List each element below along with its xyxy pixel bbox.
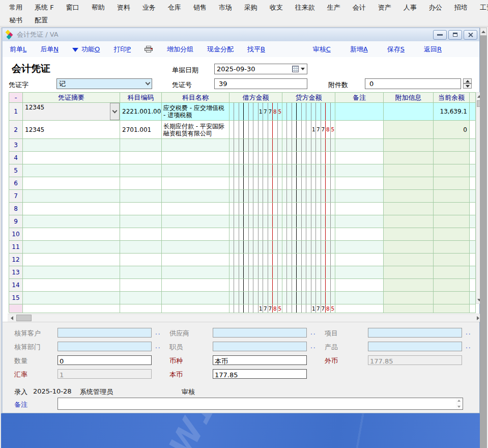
project-lookup-button[interactable]: .. <box>466 329 472 336</box>
menu-item-system[interactable]: 系统 F <box>28 2 60 13</box>
cell-debit-amount[interactable] <box>229 241 282 253</box>
cell-note[interactable] <box>335 177 384 189</box>
remark-input[interactable] <box>58 398 455 409</box>
cell-debit-amount[interactable] <box>229 121 282 138</box>
cell-note[interactable] <box>335 164 384 177</box>
window-vertical-scrollbar[interactable] <box>480 27 487 448</box>
column-header[interactable]: - <box>9 93 23 102</box>
outer-scroll-up-icon[interactable] <box>480 27 487 36</box>
cell-credit-amount[interactable] <box>282 103 335 120</box>
attachment-count-input[interactable] <box>367 79 461 89</box>
cell-extra-info[interactable] <box>384 266 434 278</box>
column-header[interactable]: 贷方金额 <box>282 93 335 102</box>
project-input[interactable] <box>368 329 462 338</box>
voucher-no-input[interactable] <box>217 79 307 89</box>
empty-cell[interactable] <box>23 152 120 164</box>
empty-cell[interactable] <box>23 228 120 240</box>
menu-item-market[interactable]: 市场 <box>213 2 238 13</box>
cell-note[interactable] <box>335 266 384 278</box>
empty-cell[interactable] <box>23 241 120 253</box>
cell-credit-amount[interactable] <box>282 228 335 240</box>
scroll-left-icon[interactable] <box>8 315 16 321</box>
empty-cell[interactable] <box>120 177 162 189</box>
cell-debit-amount[interactable] <box>229 190 282 202</box>
column-header[interactable]: 附加信息 <box>384 93 434 102</box>
cell-note[interactable] <box>335 139 384 151</box>
cell-debit-amount[interactable] <box>229 215 282 228</box>
menu-item-common[interactable]: 常用 <box>3 2 28 13</box>
cell-extra-info[interactable] <box>384 152 434 164</box>
summary-combobox[interactable]: 12345 <box>23 103 120 120</box>
cell-credit-amount[interactable] <box>282 241 335 253</box>
column-header[interactable]: 凭证摘要 <box>23 93 120 102</box>
empty-cell[interactable] <box>120 215 162 228</box>
cell-note[interactable] <box>335 279 384 291</box>
product-lookup-button[interactable]: .. <box>466 343 472 350</box>
empty-cell[interactable] <box>120 152 162 164</box>
cell-note[interactable] <box>335 215 384 228</box>
cell-extra-info[interactable] <box>384 241 434 253</box>
supplier-input[interactable] <box>213 329 306 338</box>
cell-credit-amount[interactable] <box>282 254 335 266</box>
empty-cell[interactable] <box>162 266 229 278</box>
empty-cell[interactable] <box>120 241 162 253</box>
column-header[interactable]: 当前余额 <box>434 93 470 102</box>
save-button[interactable]: 保存S <box>387 45 405 54</box>
empty-cell[interactable] <box>120 292 162 304</box>
cell-account-name[interactable]: 长期应付款 - 平安国际融资租赁有限公司 <box>162 121 229 138</box>
empty-cell[interactable] <box>23 254 120 266</box>
cell-extra-info[interactable] <box>384 164 434 177</box>
cell-note[interactable] <box>335 228 384 240</box>
cell-extra-info[interactable] <box>384 279 434 291</box>
empty-cell[interactable] <box>120 266 162 278</box>
cell-summary[interactable]: 12345 <box>23 103 120 120</box>
local-amount-input[interactable] <box>213 371 306 379</box>
menu-item-office[interactable]: 办公 <box>423 2 448 13</box>
employee-lookup-button[interactable]: .. <box>310 343 317 350</box>
menu-item-business[interactable]: 业务 <box>136 2 162 13</box>
empty-cell[interactable] <box>162 241 229 253</box>
cell-extra-info[interactable] <box>384 121 434 138</box>
back-button[interactable]: 返回R <box>424 45 442 54</box>
date-input[interactable]: 2025-09-30 <box>214 64 307 74</box>
menu-item-receivables[interactable]: 往来款 <box>289 2 321 13</box>
accounting-department-lookup-button[interactable]: .. <box>155 343 161 350</box>
menu-item-secretary[interactable]: 秘书 <box>3 15 28 26</box>
cell-debit-amount[interactable] <box>229 139 282 151</box>
cell-debit-amount[interactable] <box>229 152 282 164</box>
column-header[interactable]: 科目编码 <box>120 93 162 102</box>
accounting-customer-lookup-button[interactable]: .. <box>155 329 161 336</box>
prev-button[interactable]: 前单L <box>10 45 26 54</box>
cell-account-code[interactable]: 2701.001 <box>120 121 162 138</box>
empty-cell[interactable] <box>120 228 162 240</box>
cell-debit-amount[interactable] <box>229 266 282 278</box>
menu-item-cashflow[interactable]: 收支 <box>264 2 289 13</box>
menu-item-training[interactable]: 招培 <box>448 2 474 13</box>
empty-cell[interactable] <box>162 152 229 164</box>
cell-extra-info[interactable] <box>384 292 434 304</box>
remark-spinner[interactable] <box>456 399 462 409</box>
cell-debit-amount[interactable] <box>229 279 282 291</box>
empty-cell[interactable] <box>162 139 229 151</box>
quantity-input[interactable] <box>58 357 151 366</box>
menu-item-data[interactable]: 资料 <box>111 2 136 13</box>
menu-item-warehouse[interactable]: 仓库 <box>162 2 187 13</box>
cell-credit-amount[interactable] <box>282 139 335 151</box>
cell-debit-amount[interactable] <box>229 254 282 266</box>
empty-cell[interactable] <box>120 164 162 177</box>
cell-note[interactable] <box>335 241 384 253</box>
combo-dropdown-icon[interactable] <box>110 103 120 120</box>
add-group-button[interactable]: 增加分组 <box>167 45 193 54</box>
empty-cell[interactable] <box>23 164 120 177</box>
menu-item-accounting[interactable]: 会计 <box>347 2 372 13</box>
product-input[interactable] <box>368 343 462 352</box>
cell-credit-amount[interactable] <box>282 190 335 202</box>
column-header[interactable]: 借方金额 <box>229 93 282 102</box>
cell-debit-amount[interactable] <box>229 203 282 215</box>
cell-extra-info[interactable] <box>384 103 434 120</box>
empty-cell[interactable] <box>162 164 229 177</box>
empty-cell[interactable] <box>23 279 120 291</box>
empty-cell[interactable] <box>162 292 229 304</box>
empty-cell[interactable] <box>162 177 229 189</box>
cell-credit-amount[interactable] <box>282 215 335 228</box>
